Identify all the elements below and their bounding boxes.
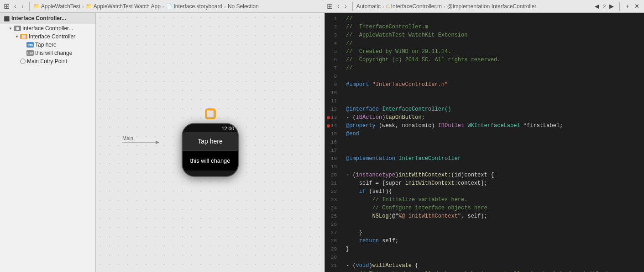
outline-item-main-entry[interactable]: Main Entry Point <box>0 57 95 65</box>
code-line-12: @interface InterfaceController() <box>346 105 640 113</box>
code-line-1: // <box>346 15 640 23</box>
line-number-6: 6 <box>325 56 340 64</box>
code-line-27: } <box>346 229 640 237</box>
left-toolbar: ⊞ ‹ › 📁 AppleWatchTest › 📁 AppleWatchTes… <box>3 1 318 11</box>
line-number-4: 4 <box>325 39 340 48</box>
breadcrumb-project[interactable]: 📁 AppleWatchTest <box>33 3 80 10</box>
add-editor-btn[interactable]: + <box>623 2 631 10</box>
line-number-25: 25 <box>325 212 340 220</box>
breadcrumb-implementation[interactable]: @implementation InterfaceController <box>447 3 537 10</box>
code-line-3: // AppleWatchTest WatchKit Extension <box>346 31 640 39</box>
breadcrumb-target[interactable]: 📁 AppleWatchTest Watch App <box>86 3 161 10</box>
toolbar-divider-2 <box>352 2 353 11</box>
code-line-18: @implementation InterfaceController <box>346 155 640 163</box>
code-line-10 <box>346 89 640 97</box>
storyboard-canvas[interactable]: Main ⬜ 12:00 Tap here this will change <box>96 13 325 272</box>
line-number-8: 8 <box>325 72 340 80</box>
code-line-23: // Initialize variables here. <box>346 196 640 204</box>
code-line-21: self = [super initWithContext:context]; <box>346 179 640 187</box>
code-line-5: // Created by WiND on 20.11.14. <box>346 48 640 56</box>
code-breadcrumb-sep-1: › <box>382 4 384 9</box>
line-number-11: 11 <box>325 97 340 105</box>
outline-header: ▦ Interface Controller... <box>0 13 95 24</box>
next-issue-btn[interactable]: ▶ <box>607 2 616 10</box>
spacer-3 <box>15 59 19 64</box>
code-line-14: @property (weak, nonatomic) IBOutlet WKI… <box>346 122 640 130</box>
watch-body: 12:00 Tap here this will change <box>182 123 239 177</box>
line-number-23: 23 <box>325 196 340 204</box>
forward-button-left[interactable]: › <box>20 2 25 10</box>
code-line-26 <box>346 220 640 229</box>
scene-icon: ⬜ <box>205 108 216 119</box>
outline-panel: ▦ Interface Controller... ▼ ⊞ Interface … <box>0 13 96 272</box>
watch-container: ⬜ 12:00 Tap here this will change <box>182 108 239 177</box>
main-arrow: Main <box>122 142 159 143</box>
expand-icon-root: ▼ <box>8 26 13 31</box>
line-number-2: 2 <box>325 23 340 31</box>
line-number-9: 9 <box>325 80 340 89</box>
breadcrumb-scheme[interactable]: Automatic <box>356 3 381 10</box>
back-button-left[interactable]: ‹ <box>12 2 18 10</box>
outline-item-label[interactable]: Lbl this will change <box>0 49 95 57</box>
back-button-right[interactable]: ‹ <box>335 2 341 10</box>
watch-scene: Main ⬜ 12:00 Tap here this will change <box>182 108 239 177</box>
line-number-14: 14 <box>325 122 340 130</box>
arrow-line <box>122 142 159 143</box>
line-number-22: 22 <box>325 187 340 196</box>
code-line-17 <box>346 146 640 155</box>
watch-label: this will change <box>183 151 238 171</box>
code-line-7: // <box>346 64 640 72</box>
code-content[interactable]: //// InterfaceController.m// AppleWatchT… <box>342 13 644 272</box>
line-number-1: 1 <box>325 15 340 23</box>
line-numbers: 1234567891011121314151617181920212223242… <box>325 13 342 272</box>
line-number-5: 5 <box>325 48 340 56</box>
issue-count: 2 <box>603 4 606 9</box>
code-breadcrumb-sep-2: › <box>444 4 445 9</box>
code-line-2: // InterfaceController.m <box>346 23 640 31</box>
grid-icon-right[interactable]: ⊞ <box>326 1 334 11</box>
grid-icon-left[interactable]: ⊞ <box>3 1 10 11</box>
line-number-18: 18 <box>325 155 340 163</box>
breadcrumb-selection: No Selection <box>228 3 259 10</box>
toolbar-divider-center <box>322 2 322 11</box>
code-line-6: // Copyright (c) 2014 SC. All rights res… <box>346 56 640 64</box>
root-icon: ⊞ <box>14 26 21 31</box>
code-area[interactable]: 1234567891011121314151617181920212223242… <box>325 13 644 272</box>
spacer-2 <box>21 51 26 55</box>
line-number-10: 10 <box>325 89 340 97</box>
code-line-20: - (instancetype)initWithContext:(id)cont… <box>346 171 640 179</box>
expand-icon-controller: ▼ <box>15 34 19 39</box>
main-toolbar: ⊞ ‹ › 📁 AppleWatchTest › 📁 AppleWatchTes… <box>0 0 644 13</box>
line-number-31: 31 <box>325 261 340 270</box>
code-editor-panel: 1234567891011121314151617181920212223242… <box>325 13 644 272</box>
toolbar-divider-1 <box>29 2 30 11</box>
spacer-1 <box>21 43 26 47</box>
breadcrumb-sep-3: › <box>224 4 226 9</box>
line-number-30: 30 <box>325 253 340 261</box>
line-number-26: 26 <box>325 220 340 229</box>
watch-tap-button[interactable]: Tap here <box>183 132 238 151</box>
code-line-9: #import "InterfaceController.h" <box>346 80 640 89</box>
line-number-13: 13 <box>325 113 340 122</box>
code-line-13: - (IBAction)tapOnButton; <box>346 113 640 122</box>
code-line-19 <box>346 163 640 171</box>
breadcrumb-storyboard[interactable]: 📄 Interface.storyboard <box>166 3 222 10</box>
breadcrumb-codefile[interactable]: C InterfaceController.m <box>386 3 442 10</box>
code-line-28: return self; <box>346 237 640 245</box>
close-editor-btn[interactable]: ✕ <box>633 2 641 10</box>
watch-screen: 12:00 Tap here this will change <box>183 124 238 171</box>
line-number-32: 32 <box>325 270 340 272</box>
outline-item-controller[interactable]: ▼ ⬜ Interface Controller <box>0 32 95 41</box>
code-line-11 <box>346 97 640 105</box>
prev-issue-btn[interactable]: ◀ <box>593 2 601 10</box>
breadcrumb-sep-2: › <box>162 4 164 9</box>
outline-item-root[interactable]: ▼ ⊞ Interface Controller... <box>0 24 95 32</box>
line-number-20: 20 <box>325 171 340 179</box>
code-line-31: - (void)willActivate { <box>346 261 640 270</box>
code-line-22: if (self){ <box>346 187 640 196</box>
code-line-32: // This method is called when watch view… <box>346 270 640 272</box>
code-line-25: NSLog(@"%@ initWithContext", self); <box>346 212 640 220</box>
code-line-29: } <box>346 245 640 253</box>
outline-item-tap-here[interactable]: Btn Tap here <box>0 41 95 49</box>
forward-button-right[interactable]: › <box>343 2 348 10</box>
